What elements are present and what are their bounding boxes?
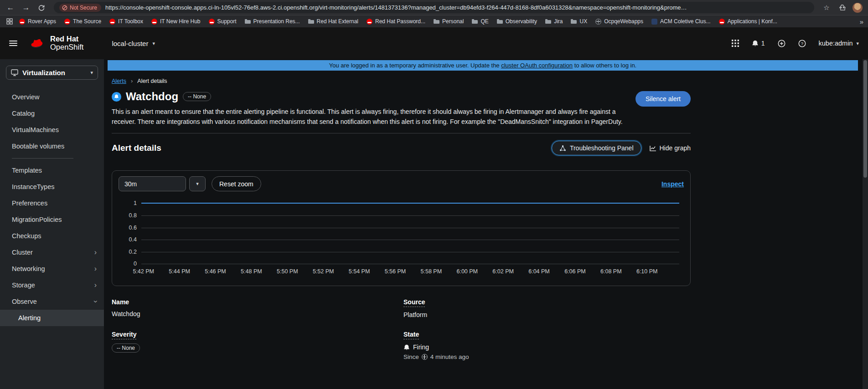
cluster-dropdown-label: local-cluster: [112, 40, 148, 47]
state-label[interactable]: State: [403, 331, 419, 339]
source-value: Platform: [403, 311, 691, 318]
chart-xtick-label: 6:04 PM: [528, 268, 550, 275]
bookmark-red-hat-password[interactable]: Red Hat Password...: [363, 17, 429, 26]
sidebar-item-preferences[interactable]: Preferences: [0, 195, 104, 211]
notifications-button[interactable]: 1: [752, 40, 765, 47]
bookmark-ocpqewebapps[interactable]: OcpqeWebapps: [592, 17, 647, 26]
redhat-favicon-icon: [109, 19, 115, 25]
bookmarks-overflow-icon[interactable]: »: [860, 18, 863, 26]
back-button[interactable]: ←: [5, 3, 16, 12]
chevron-down-icon: ▾: [196, 181, 199, 187]
bookmark-star-icon[interactable]: ☆: [822, 4, 832, 12]
chart-xtick-label: 6:02 PM: [492, 268, 514, 275]
troubleshooting-panel-button[interactable]: Troubleshooting Panel: [552, 141, 641, 155]
not-secure-badge[interactable]: Not Secure: [59, 4, 101, 12]
sidebar-item-cluster[interactable]: Cluster ›: [0, 244, 104, 261]
plus-circle-icon: [778, 40, 785, 47]
bell-icon: [752, 40, 759, 47]
alert-chart-card: 30m ▾ Reset zoom Inspect 00.20.40.60.815…: [112, 170, 691, 286]
bookmark-presentation-res[interactable]: Presentation Res...: [241, 17, 304, 26]
bookmark-applications-konf[interactable]: Applications | Konf...: [715, 17, 781, 26]
bookmark-red-hat-external[interactable]: Red Hat External: [305, 17, 362, 26]
bookmark-it-toolbox[interactable]: IT Toolbox: [106, 17, 147, 26]
bookmarks-list: Rover Apps The Source IT Toolbox IT New …: [16, 17, 781, 26]
name-label: Name: [112, 298, 129, 306]
oauth-config-link[interactable]: cluster OAuth configuration: [501, 62, 573, 69]
duration-caret-button[interactable]: ▾: [189, 176, 206, 191]
redhat-favicon-icon: [367, 19, 372, 25]
extensions-puzzle-icon[interactable]: [837, 4, 847, 11]
duration-select[interactable]: 30m: [119, 176, 186, 191]
chart-xtick-label: 5:44 PM: [169, 268, 190, 275]
import-plus-button[interactable]: [778, 40, 785, 47]
chart-controls: 30m ▾ Reset zoom Inspect: [119, 176, 684, 191]
chart-xtick-label: 6:00 PM: [456, 268, 478, 275]
chart-xtick-label: 5:52 PM: [313, 268, 334, 275]
bookmark-observability[interactable]: Observability: [493, 17, 541, 26]
reload-icon: [38, 4, 45, 11]
reset-zoom-button[interactable]: Reset zoom: [212, 176, 261, 191]
banner-text-after: to allow others to log in.: [573, 62, 636, 69]
chart-xtick-label: 5:58 PM: [421, 268, 442, 275]
page-scrollbar[interactable]: [863, 59, 868, 389]
app-launcher-icon[interactable]: [732, 40, 739, 47]
browser-chrome: ← → Not Secure https://console-openshift…: [0, 0, 868, 27]
cluster-dropdown[interactable]: local-cluster ▾: [112, 40, 155, 47]
browser-profile-avatar[interactable]: [852, 3, 863, 13]
perspective-switcher[interactable]: Virtualization ▾: [6, 66, 98, 80]
not-secure-label: Not Secure: [70, 5, 97, 11]
hide-graph-button[interactable]: Hide graph: [650, 144, 691, 152]
bookmark-qe[interactable]: QE: [468, 17, 492, 26]
bookmark-it-new-hire-hub[interactable]: IT New Hire Hub: [148, 17, 204, 26]
chart-ytick-label: 0.2: [119, 249, 137, 255]
nav-toggle-hamburger-icon[interactable]: [9, 41, 17, 46]
apps-grid-icon[interactable]: [5, 18, 15, 25]
sidebar-item-overview[interactable]: Overview: [0, 89, 104, 105]
inspect-link[interactable]: Inspect: [661, 180, 684, 188]
sidebar-item-bootable-volumes[interactable]: Bootable volumes: [0, 138, 104, 154]
bookmark-support[interactable]: Support: [205, 17, 240, 26]
chart-xtick-label: 5:46 PM: [205, 268, 226, 275]
sidebar-item-alerting[interactable]: Alerting: [0, 310, 104, 326]
sidebar-divider: [12, 158, 73, 159]
redhat-favicon-icon: [719, 19, 725, 25]
breadcrumb-separator-icon: ›: [131, 77, 133, 84]
sidebar-item-networking[interactable]: Networking ›: [0, 261, 104, 277]
sidebar-item-migrationpolicies[interactable]: MigrationPolicies: [0, 211, 104, 228]
source-label[interactable]: Source: [403, 298, 425, 307]
puzzle-icon: [839, 4, 846, 11]
diagnostics-nodes-icon: [559, 145, 566, 151]
browser-toolbar: ← → Not Secure https://console-openshift…: [0, 0, 868, 15]
address-bar[interactable]: Not Secure https://console-openshift-con…: [54, 2, 814, 13]
forward-button[interactable]: →: [21, 3, 31, 12]
bookmark-acm-coletive-clus[interactable]: ACM Coletive Clus...: [648, 17, 714, 26]
sidebar-item-instancetypes[interactable]: InstanceTypes: [0, 179, 104, 195]
not-secure-icon: [62, 5, 67, 10]
redhat-fedora-icon: [29, 38, 46, 49]
reload-button[interactable]: [36, 4, 46, 11]
bookmark-the-source[interactable]: The Source: [61, 17, 105, 26]
breadcrumb-alerts-link[interactable]: Alerts: [112, 78, 126, 84]
sidebar-item-observe[interactable]: Observe ›: [0, 293, 104, 310]
sidebar-item-virtualmachines[interactable]: VirtualMachines: [0, 122, 104, 138]
duration-select-value: 30m: [124, 180, 137, 188]
user-menu[interactable]: kube:admin ▾: [819, 40, 859, 47]
bookmark-rover-apps[interactable]: Rover Apps: [16, 17, 60, 26]
bookmark-personal[interactable]: Personal: [430, 17, 467, 26]
brand-text: Red Hat OpenShift: [50, 35, 83, 51]
severity-label[interactable]: Severity: [112, 331, 136, 339]
since-value: 4 minutes ago: [430, 353, 469, 360]
sidebar-item-catalog[interactable]: Catalog: [0, 105, 104, 122]
login-info-banner: You are logged in as a temporary adminis…: [108, 60, 858, 71]
folder-favicon-icon: [308, 19, 314, 25]
sidebar-item-storage[interactable]: Storage ›: [0, 277, 104, 293]
redhat-favicon-icon: [151, 19, 157, 25]
notification-count: 1: [761, 40, 765, 47]
bookmark-jira[interactable]: Jira: [542, 17, 566, 26]
silence-alert-button[interactable]: Silence alert: [636, 91, 691, 107]
bookmark-ux[interactable]: UX: [567, 17, 591, 26]
sidebar-item-templates[interactable]: Templates: [0, 162, 104, 179]
scrollbar-thumb[interactable]: [863, 60, 867, 178]
sidebar-item-checkups[interactable]: Checkups: [0, 228, 104, 244]
help-button[interactable]: ?: [798, 40, 806, 47]
